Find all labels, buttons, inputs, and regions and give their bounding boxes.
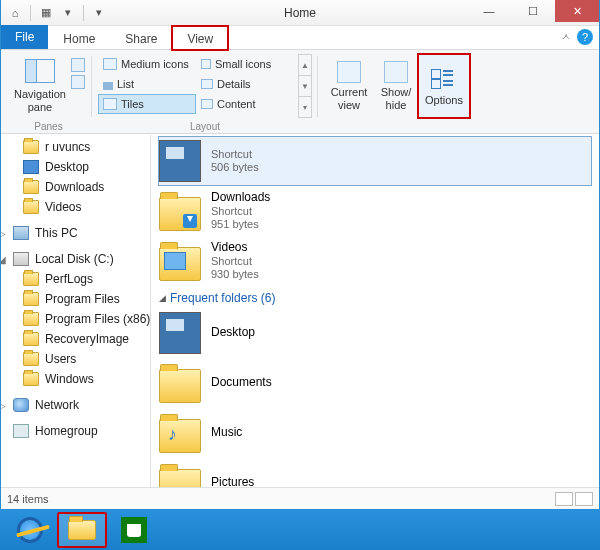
music-note-icon: ♪ [168, 424, 177, 445]
nav-windows[interactable]: Windows [1, 369, 150, 389]
maximize-button[interactable]: ☐ [511, 0, 555, 22]
separator [83, 5, 84, 21]
layout-gallery: Medium icons Small icons List Details Ti… [98, 54, 298, 118]
tile-desktop[interactable]: Desktop [159, 309, 591, 357]
nav-network[interactable]: ▷Network [1, 395, 150, 415]
window-controls: — ☐ ✕ [467, 0, 599, 22]
layout-details[interactable]: Details [196, 74, 294, 94]
homegroup-icon [13, 424, 29, 438]
tile-music[interactable]: ♪ Music [159, 409, 591, 457]
folder-icon [23, 352, 39, 366]
network-icon [13, 398, 29, 412]
video-overlay-icon [164, 252, 186, 270]
nav-downloads[interactable]: Downloads [1, 177, 150, 197]
tile-downloads-shortcut[interactable]: Downloads Shortcut 951 bytes [159, 187, 591, 235]
folder-icon [23, 332, 39, 346]
tab-share[interactable]: Share [110, 26, 172, 50]
navigation-pane-button[interactable]: Navigation pane [11, 54, 69, 118]
folder-icon [68, 520, 96, 540]
folder-icon [23, 180, 39, 194]
layout-gallery-scroll[interactable]: ▲▼▾ [298, 54, 312, 118]
navigation-tree[interactable]: r uvuncs Desktop Downloads Videos ▷This … [1, 135, 151, 487]
taskbar-store-button[interactable] [110, 513, 158, 547]
ribbon-group-layout: Medium icons Small icons List Details Ti… [92, 52, 318, 133]
navigation-pane-label: Navigation pane [13, 88, 67, 112]
layout-content[interactable]: Content [196, 94, 294, 114]
taskbar-file-explorer-button[interactable] [58, 513, 106, 547]
quick-access-toolbar: ⌂ ▦ ▾ ▾ [1, 3, 109, 23]
folder-icon [23, 272, 39, 286]
layout-list[interactable]: List [98, 74, 196, 94]
nav-this-pc[interactable]: ▷This PC [1, 223, 150, 243]
file-explorer-window: ⌂ ▦ ▾ ▾ Home — ☐ ✕ File Home Share View … [0, 0, 600, 510]
minimize-button[interactable]: — [467, 0, 511, 22]
qat-location-icon[interactable]: ▾ [58, 3, 78, 23]
tile-shortcut-1[interactable]: Shortcut 506 bytes [159, 137, 591, 185]
window-title: Home [284, 6, 316, 20]
item-count: 14 items [7, 493, 49, 505]
taskbar [0, 510, 600, 550]
desktop-icon [159, 312, 201, 354]
nav-homegroup[interactable]: Homegroup [1, 421, 150, 441]
tile-pictures[interactable]: Pictures [159, 459, 591, 487]
details-pane-button[interactable] [71, 75, 85, 89]
ribbon-group-currentview: Current view Show/ hide Options [318, 52, 476, 133]
nav-perflogs[interactable]: PerfLogs [1, 269, 150, 289]
folder-icon [23, 372, 39, 386]
internet-explorer-icon [17, 517, 43, 543]
nav-favorites-trunc[interactable]: r uvuncs [1, 137, 150, 157]
show-hide-button[interactable]: Show/ hide [374, 54, 418, 118]
qat-newfolder-icon[interactable]: ▦ [36, 3, 56, 23]
collapse-caret-icon[interactable]: ◢ [159, 293, 166, 303]
preview-pane-button[interactable] [71, 58, 85, 72]
view-details-button[interactable] [555, 492, 573, 506]
drive-icon [13, 252, 29, 266]
tab-view[interactable]: View [172, 26, 228, 50]
close-button[interactable]: ✕ [555, 0, 599, 22]
group-label-panes: Panes [5, 121, 92, 132]
download-overlay-icon [183, 214, 197, 228]
folder-icon [23, 200, 39, 214]
layout-small-icons[interactable]: Small icons [196, 54, 294, 74]
content-pane[interactable]: Shortcut 506 bytes Downloads Shortcut 95… [151, 135, 599, 487]
nav-program-files-x86[interactable]: Program Files (x86) [1, 309, 150, 329]
tile-documents[interactable]: Documents [159, 359, 591, 407]
qat-customize-icon[interactable]: ▾ [89, 3, 109, 23]
ribbon-view: Navigation pane Panes Medium icons Small… [1, 50, 599, 134]
frequent-folders-header[interactable]: ◢ Frequent folders (6) [159, 291, 591, 305]
options-button[interactable]: Options [418, 54, 470, 118]
layout-medium-icons[interactable]: Medium icons [98, 54, 196, 74]
folder-icon: ♪ [159, 419, 201, 453]
current-view-button[interactable]: Current view [324, 54, 374, 118]
ribbon-group-panes: Navigation pane Panes [5, 52, 92, 133]
status-bar: 14 items [1, 487, 599, 509]
view-thumbnails-button[interactable] [575, 492, 593, 506]
folder-icon [23, 312, 39, 326]
titlebar: ⌂ ▦ ▾ ▾ Home — ☐ ✕ [1, 0, 599, 26]
nav-videos[interactable]: Videos [1, 197, 150, 217]
help-icon[interactable]: ? [577, 29, 593, 45]
folder-icon [23, 292, 39, 306]
group-label-layout: Layout [92, 121, 318, 132]
qat-properties-icon[interactable]: ⌂ [5, 3, 25, 23]
nav-program-files[interactable]: Program Files [1, 289, 150, 309]
folder-icon [159, 247, 201, 281]
explorer-body: r uvuncs Desktop Downloads Videos ▷This … [1, 135, 599, 487]
nav-recoveryimage[interactable]: RecoveryImage [1, 329, 150, 349]
tab-home[interactable]: Home [48, 26, 110, 50]
ribbon-tabstrip: File Home Share View ㅅ ? [1, 26, 599, 50]
store-icon [121, 517, 147, 543]
folder-icon [159, 469, 201, 487]
folder-icon [159, 369, 201, 403]
taskbar-ie-button[interactable] [6, 513, 54, 547]
pc-icon [13, 226, 29, 240]
nav-users[interactable]: Users [1, 349, 150, 369]
ribbon-collapse-icon[interactable]: ㅅ [561, 30, 571, 44]
layout-tiles[interactable]: Tiles [98, 94, 196, 114]
tab-file[interactable]: File [1, 25, 48, 49]
desktop-shortcut-icon [159, 140, 201, 182]
nav-local-disk[interactable]: ◢Local Disk (C:) [1, 249, 150, 269]
folder-icon [159, 197, 201, 231]
nav-desktop[interactable]: Desktop [1, 157, 150, 177]
tile-videos-shortcut[interactable]: Videos Shortcut 930 bytes [159, 237, 591, 285]
